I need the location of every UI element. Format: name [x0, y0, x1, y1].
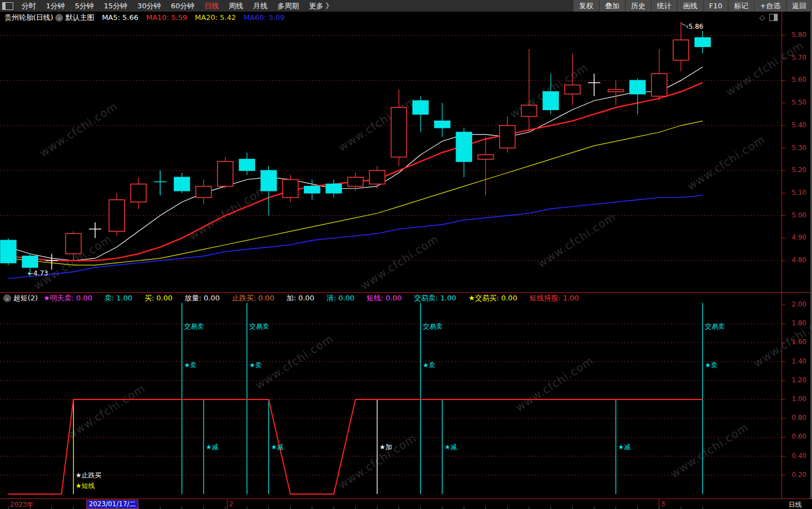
window-toggle-icon[interactable]: [2, 2, 13, 10]
month-label: 2: [229, 500, 234, 508]
watermark: www.cfchi.com: [508, 61, 591, 121]
watermark: www.cfchi.com: [685, 133, 768, 193]
fuquan-button[interactable]: 复权: [573, 0, 599, 12]
date-axis: 2023年 2023/01/17/二 日线 23: [0, 499, 812, 509]
overlay-name: 默认主图: [65, 13, 94, 23]
watermark-layer: www.cfchi.comwww.cfchi.comwww.cfchi.comw…: [0, 23, 812, 499]
back-button[interactable]: 返回: [786, 0, 812, 12]
ma20-value: MA20: 5.42: [195, 13, 236, 22]
month-label: 3: [661, 500, 665, 508]
chart-header: 贵州轮胎(日线) ⌄ 默认主图 MA5: 5.66 MA10: 5.59 MA2…: [0, 12, 812, 23]
month-tick: [659, 499, 659, 509]
watermark: www.cfchi.com: [37, 100, 120, 160]
period-menu: 分时 1分钟 5分钟 15分钟 30分钟 60分钟 日线 周线 月线 多周期 更…: [0, 0, 338, 12]
drawline-button[interactable]: 画线: [677, 0, 703, 12]
tab-weekly[interactable]: 周线: [224, 0, 248, 12]
main-chart-dropdown-icon[interactable]: ⌄: [55, 14, 63, 22]
trading-app-window: 分时 1分钟 5分钟 15分钟 30分钟 60分钟 日线 周线 月线 多周期 更…: [0, 0, 812, 509]
f10-button[interactable]: F10: [703, 0, 728, 12]
watermark: www.cfchi.com: [336, 432, 419, 492]
year-label: 2023年: [10, 500, 34, 509]
diamond-icon[interactable]: ◇: [759, 13, 765, 22]
watermark: www.cfchi.com: [751, 310, 812, 370]
tab-fenshi[interactable]: 分时: [17, 0, 41, 12]
period-toolbar: 分时 1分钟 5分钟 15分钟 30分钟 60分钟 日线 周线 月线 多周期 更…: [0, 0, 812, 12]
stats-button[interactable]: 统计: [651, 0, 677, 12]
period-label: 日线: [782, 500, 808, 509]
history-button[interactable]: 历史: [625, 0, 651, 12]
add-watchlist-button[interactable]: +自选: [754, 0, 786, 12]
watermark: www.cfchi.com: [535, 210, 618, 271]
selected-date-box: 2023/01/17/二: [86, 500, 138, 509]
watermark: www.cfchi.com: [253, 332, 336, 392]
toolbar-buttons: 复权 叠加 历史 统计 画线 F10 标记 +自选 返回: [573, 0, 812, 12]
watermark: www.cfchi.com: [32, 232, 115, 293]
ma5-value: MA5: 5.66: [102, 13, 138, 22]
tab-5min[interactable]: 5分钟: [70, 0, 99, 12]
watermark: www.cfchi.com: [336, 94, 419, 154]
watermark: www.cfchi.com: [668, 420, 751, 481]
tab-monthly[interactable]: 月线: [248, 0, 272, 12]
tab-more[interactable]: 更多 》: [304, 0, 338, 12]
watermark: www.cfchi.com: [723, 39, 806, 99]
tab-60min[interactable]: 60分钟: [166, 0, 200, 12]
tab-1min[interactable]: 1分钟: [41, 0, 70, 12]
ma10-value: MA10: 5.59: [146, 13, 187, 22]
overlay-button[interactable]: 叠加: [599, 0, 625, 12]
tab-multi-period[interactable]: 多周期: [272, 0, 304, 12]
symbol-title: 贵州轮胎(日线): [4, 13, 53, 23]
mark-button[interactable]: 标记: [728, 0, 754, 12]
tab-30min[interactable]: 30分钟: [132, 0, 166, 12]
ma60-value: MA60: 5.09: [244, 13, 285, 22]
watermark: www.cfchi.com: [187, 183, 270, 243]
split-pane-icon[interactable]: [769, 14, 778, 21]
watermark: www.cfchi.com: [513, 354, 596, 414]
watermark: www.cfchi.com: [65, 382, 148, 442]
month-tick: [227, 499, 227, 509]
tab-daily[interactable]: 日线: [199, 0, 224, 12]
tab-15min[interactable]: 15分钟: [99, 0, 133, 12]
watermark: www.cfchi.com: [358, 232, 441, 293]
